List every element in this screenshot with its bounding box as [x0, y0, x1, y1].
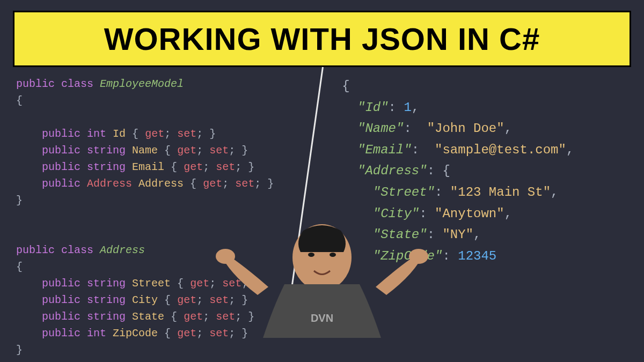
person-icon: DVN	[209, 198, 435, 359]
svg-point-4	[330, 253, 336, 257]
svg-point-1	[216, 249, 235, 264]
svg-point-3	[308, 253, 314, 257]
presenter-photo: DVN	[209, 198, 435, 359]
content-area: public class EmployeeModel { public int …	[0, 72, 644, 359]
title-banner: WORKING WITH JSON IN C#	[13, 11, 631, 67]
svg-point-2	[409, 249, 428, 264]
svg-text:DVN: DVN	[311, 312, 333, 324]
